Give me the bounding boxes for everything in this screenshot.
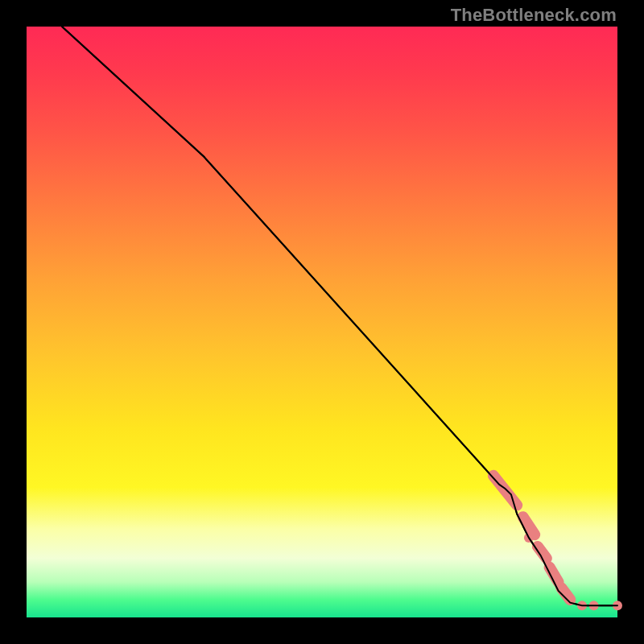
chart-stage: TheBottleneck.com xyxy=(0,0,644,644)
bottleneck-curve-overlay xyxy=(62,27,617,605)
marker-segment xyxy=(523,517,535,535)
bottleneck-curve xyxy=(62,27,617,605)
chart-layer xyxy=(62,27,622,610)
chart-overlay-svg xyxy=(0,0,644,644)
